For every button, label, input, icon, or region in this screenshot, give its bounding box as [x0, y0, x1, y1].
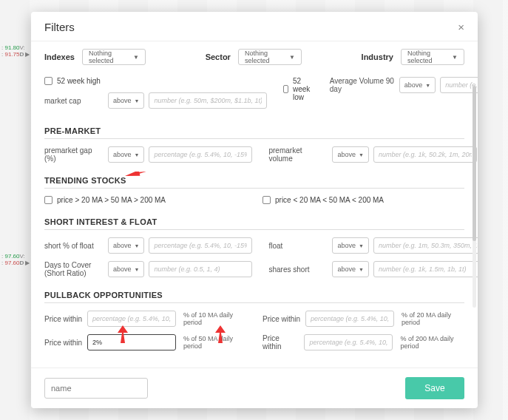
premarket-vol-comparator[interactable]: above▼ [332, 146, 368, 163]
save-button[interactable]: Save [405, 377, 464, 399]
52wk-low-checkbox[interactable]: 52 week low [283, 77, 313, 101]
avgvol-label: Average Volume 90 day [330, 77, 395, 93]
filters-modal: Filters × Indexes Nothing selected▼ Sect… [31, 12, 478, 408]
days-cover-label: Days to Cover (Short Ratio) [44, 261, 104, 277]
price-within-10-label: Price within [44, 315, 83, 323]
ma200-suffix: % of 200 MA daily period [400, 335, 464, 350]
marketcap-comparator-dropdown[interactable]: above▼ [108, 92, 144, 109]
shares-short-label: shares short [268, 265, 328, 274]
price-within-200-label: Price within [263, 334, 299, 350]
shares-short-input[interactable] [373, 261, 478, 277]
chevron-down-icon: ▼ [452, 54, 458, 61]
industry-label: Industry [362, 52, 393, 61]
top-selectors-row: Indexes Nothing selected▼ Sector Nothing… [44, 49, 464, 65]
shortpct-label: short % of float [44, 242, 104, 250]
avgvol-comparator-dropdown[interactable]: above▼ [399, 77, 436, 93]
pullback-row2: Price within % of 50 MA daily period Pri… [44, 334, 464, 358]
52wk-high-checkbox[interactable]: 52 week high [44, 77, 267, 85]
days-cover-input[interactable] [149, 261, 252, 277]
premarket-vol-input[interactable] [373, 146, 477, 163]
pullback-section-head: PULLBACK OPPORTUNITIES [44, 291, 464, 303]
checkbox-icon [44, 77, 53, 85]
premarket-gap-input[interactable] [149, 146, 252, 163]
ma50-suffix: % of 50 MA daily period [183, 335, 246, 350]
indexes-label: Indexes [44, 52, 75, 61]
float-input[interactable] [373, 237, 478, 254]
ma20-suffix: % of 20 MA daily period [402, 311, 464, 326]
premarket-row: premarket gap (%) above▼ premarket volum… [44, 146, 464, 170]
modal-footer: Save [31, 368, 478, 408]
modal-header: Filters × [31, 12, 478, 41]
premarket-gap-comparator[interactable]: above▼ [108, 146, 144, 163]
scrollbar-thumb[interactable] [473, 86, 476, 241]
indexes-dropdown[interactable]: Nothing selected▼ [82, 49, 146, 65]
chevron-down-icon: ▼ [359, 243, 364, 248]
chevron-down-icon: ▼ [135, 98, 140, 104]
price-within-200-input[interactable] [304, 334, 393, 350]
chevron-down-icon: ▼ [135, 152, 140, 158]
industry-dropdown[interactable]: Nothing selected▼ [401, 49, 464, 65]
shares-short-comparator[interactable]: above▼ [332, 261, 368, 277]
basic-filters-row: 52 week high market cap above▼ 52 week l… [44, 77, 464, 116]
chevron-down-icon: ▼ [359, 152, 364, 158]
trending-down-checkbox[interactable]: price < 20 MA < 50 MA < 200 MA [263, 196, 464, 204]
float-comparator[interactable]: above▼ [332, 237, 368, 254]
chevron-down-icon: ▼ [135, 243, 140, 248]
filter-name-input[interactable] [44, 378, 148, 399]
checkbox-icon [44, 196, 53, 204]
checkbox-icon [263, 196, 271, 204]
price-within-20-label: Price within [263, 315, 301, 323]
float-label: float [268, 242, 328, 250]
days-cover-comparator[interactable]: above▼ [108, 261, 144, 277]
body-scrollbar[interactable] [473, 86, 476, 308]
close-icon[interactable]: × [458, 21, 464, 33]
chevron-down-icon: ▼ [359, 267, 364, 272]
marketcap-input[interactable] [149, 92, 267, 109]
trending-section-head: TRENDING STOCKS [44, 176, 464, 189]
premarket-section-head: PRE-MARKET [44, 126, 464, 139]
ma10-suffix: % of 10 MA daily period [183, 311, 246, 326]
trending-up-checkbox[interactable]: price > 20 MA > 50 MA > 200 MA [44, 196, 246, 204]
premarket-vol-label: premarket volume [268, 146, 328, 163]
shortpct-input[interactable] [149, 237, 252, 254]
trending-row: price > 20 MA > 50 MA > 200 MA price < 2… [44, 196, 464, 211]
shortpct-comparator[interactable]: above▼ [108, 237, 144, 254]
price-within-20-input[interactable] [305, 311, 394, 327]
sector-dropdown[interactable]: Nothing selected▼ [238, 49, 302, 65]
chevron-down-icon: ▼ [425, 83, 430, 88]
modal-body: Indexes Nothing selected▼ Sector Nothing… [31, 41, 478, 368]
shortfloat-section-head: SHORT INTEREST & FLOAT [44, 217, 464, 230]
checkbox-icon [283, 85, 288, 93]
chevron-down-icon: ▼ [135, 267, 140, 272]
chevron-down-icon: ▼ [133, 54, 139, 61]
price-within-50-label: Price within [44, 339, 83, 347]
premarket-gap-label: premarket gap (%) [44, 146, 104, 163]
price-within-50-input[interactable] [87, 334, 176, 350]
pullback-row1: Price within % of 10 MA daily period Pri… [44, 311, 464, 334]
chevron-down-icon: ▼ [289, 54, 295, 61]
marketcap-label: market cap [44, 97, 104, 105]
shortfloat-row2: Days to Cover (Short Ratio) above▼ share… [44, 261, 464, 285]
shortfloat-row1: short % of float above▼ float above▼ [44, 237, 464, 261]
price-within-10-input[interactable] [87, 311, 176, 327]
modal-title: Filters [44, 21, 75, 33]
sector-label: Sector [206, 52, 231, 61]
